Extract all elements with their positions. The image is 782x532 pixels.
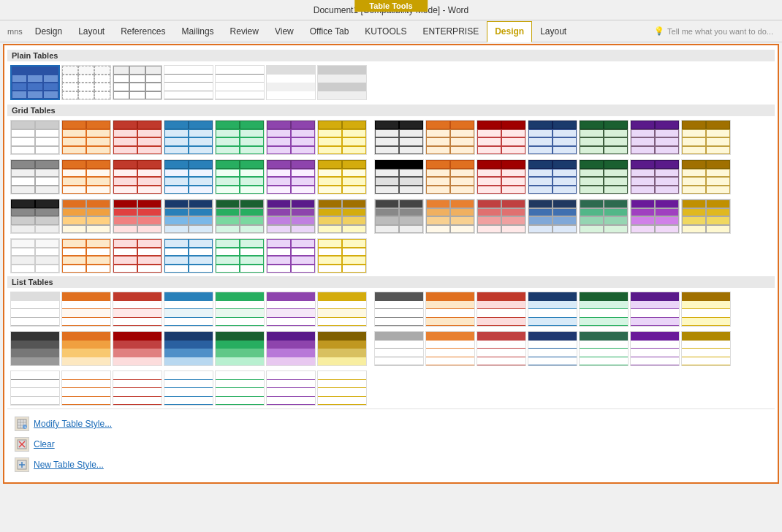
tab-enterprise[interactable]: ENTERPRISE <box>414 20 487 42</box>
table-style-plain-6[interactable] <box>266 65 316 100</box>
tab-mailings[interactable]: Mailings <box>174 20 222 42</box>
grid-style-37[interactable] <box>425 199 475 234</box>
list-style-15[interactable] <box>10 331 60 366</box>
grid-style-15[interactable] <box>10 159 60 194</box>
list-style-33[interactable] <box>215 370 265 406</box>
grid-style-11[interactable] <box>528 120 577 155</box>
table-style-plain-5[interactable] <box>215 65 265 100</box>
clear-action[interactable]: Clear <box>13 434 769 455</box>
search-area[interactable]: 💡 Tell me what you want to do... <box>648 26 779 36</box>
grid-style-29[interactable] <box>10 199 60 234</box>
grid-style-34[interactable] <box>266 199 316 234</box>
grid-style-44[interactable] <box>61 238 111 273</box>
grid-style-24[interactable] <box>477 159 526 194</box>
grid-style-43[interactable] <box>10 238 60 273</box>
table-style-plain-3[interactable] <box>113 65 162 100</box>
list-style-4[interactable] <box>164 292 213 327</box>
list-style-16[interactable] <box>61 331 111 366</box>
grid-style-48[interactable] <box>266 238 316 273</box>
grid-style-42[interactable] <box>681 199 731 234</box>
grid-style-2[interactable] <box>61 120 111 155</box>
list-style-31[interactable] <box>113 370 162 406</box>
grid-style-40[interactable] <box>579 199 629 234</box>
list-style-3[interactable] <box>113 292 162 327</box>
grid-style-27[interactable] <box>630 159 680 194</box>
list-style-21[interactable] <box>317 331 367 366</box>
tab-layout-doc[interactable]: Layout <box>70 20 113 42</box>
grid-style-12[interactable] <box>579 120 629 155</box>
grid-style-8[interactable] <box>374 120 424 155</box>
list-style-5[interactable] <box>215 292 265 327</box>
grid-style-41[interactable] <box>630 199 680 234</box>
list-style-17[interactable] <box>113 331 162 366</box>
grid-style-5[interactable] <box>215 120 265 155</box>
tab-design-table[interactable]: Design <box>487 21 532 42</box>
tab-kutools[interactable]: KUTOOLS <box>357 20 414 42</box>
list-style-2[interactable] <box>61 292 111 327</box>
grid-style-10[interactable] <box>477 120 526 155</box>
grid-style-20[interactable] <box>266 159 316 194</box>
grid-style-31[interactable] <box>113 199 162 234</box>
list-style-22[interactable] <box>374 331 424 366</box>
list-style-8[interactable] <box>374 292 424 327</box>
tab-design[interactable]: Design <box>27 20 70 42</box>
grid-style-25[interactable] <box>528 159 577 194</box>
grid-style-22[interactable] <box>374 159 424 194</box>
list-style-19[interactable] <box>215 331 265 366</box>
list-style-27[interactable] <box>630 331 680 366</box>
grid-style-32[interactable] <box>164 199 213 234</box>
list-style-30[interactable] <box>61 370 111 406</box>
list-style-1[interactable] <box>10 292 60 327</box>
grid-style-4[interactable] <box>164 120 213 155</box>
grid-style-46[interactable] <box>164 238 213 273</box>
modify-table-style-action[interactable]: ✎ Modify Table Style... <box>13 414 769 434</box>
grid-style-47[interactable] <box>215 238 265 273</box>
list-style-9[interactable] <box>425 292 475 327</box>
list-style-34[interactable] <box>266 370 316 406</box>
tab-review[interactable]: Review <box>222 20 267 42</box>
grid-style-38[interactable] <box>477 199 526 234</box>
grid-style-3[interactable] <box>113 120 162 155</box>
tab-references[interactable]: References <box>113 20 173 42</box>
list-style-11[interactable] <box>528 292 577 327</box>
list-style-24[interactable] <box>477 331 526 366</box>
grid-style-26[interactable] <box>579 159 629 194</box>
grid-style-18[interactable] <box>164 159 213 194</box>
grid-style-36[interactable] <box>374 199 424 234</box>
table-style-plain-2[interactable] <box>61 65 111 100</box>
tab-office-tab[interactable]: Office Tab <box>302 20 357 42</box>
grid-style-16[interactable] <box>61 159 111 194</box>
grid-style-14[interactable] <box>681 120 731 155</box>
grid-style-6[interactable] <box>266 120 316 155</box>
list-style-13[interactable] <box>630 292 680 327</box>
table-style-plain-7[interactable] <box>317 65 367 100</box>
grid-style-7[interactable] <box>317 120 367 155</box>
tab-view[interactable]: View <box>267 20 302 42</box>
grid-style-33[interactable] <box>215 199 265 234</box>
grid-style-19[interactable] <box>215 159 265 194</box>
grid-style-13[interactable] <box>630 120 680 155</box>
list-style-10[interactable] <box>477 292 526 327</box>
list-style-28[interactable] <box>681 331 731 366</box>
list-style-25[interactable] <box>528 331 577 366</box>
grid-style-1[interactable] <box>10 120 60 155</box>
grid-style-9[interactable] <box>425 120 475 155</box>
list-style-18[interactable] <box>164 331 213 366</box>
list-style-23[interactable] <box>425 331 475 366</box>
grid-style-23[interactable] <box>425 159 475 194</box>
list-style-35[interactable] <box>317 370 367 406</box>
grid-style-28[interactable] <box>681 159 731 194</box>
list-style-6[interactable] <box>266 292 316 327</box>
list-style-14[interactable] <box>681 292 731 327</box>
tab-layout-table[interactable]: Layout <box>532 20 574 42</box>
grid-style-45[interactable] <box>113 238 162 273</box>
list-style-32[interactable] <box>164 370 213 406</box>
table-style-plain-selected[interactable] <box>10 65 60 100</box>
list-style-20[interactable] <box>266 331 316 366</box>
table-style-plain-4[interactable] <box>164 65 213 100</box>
grid-style-35[interactable] <box>317 199 367 234</box>
grid-style-49[interactable] <box>317 238 367 273</box>
grid-style-17[interactable] <box>113 159 162 194</box>
list-style-26[interactable] <box>579 331 629 366</box>
list-style-7[interactable] <box>317 292 367 327</box>
